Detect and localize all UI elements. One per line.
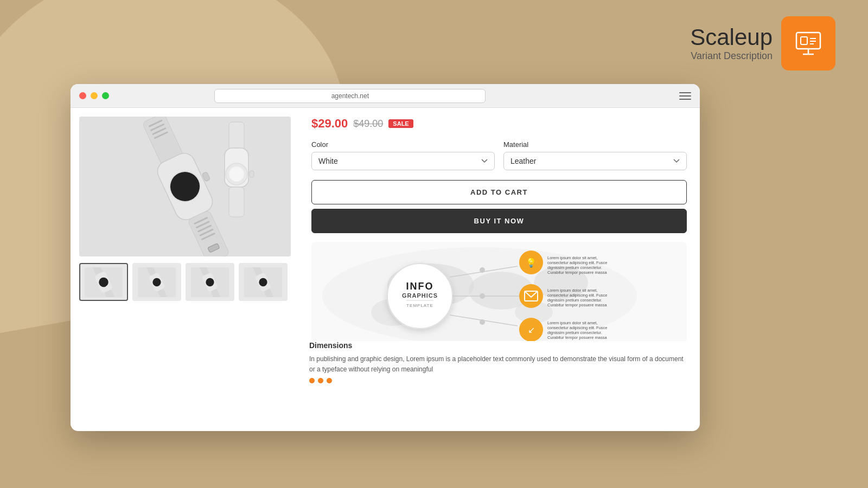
- material-label: Material: [503, 140, 687, 149]
- menu-line-2: [679, 95, 691, 97]
- menu-line-3: [679, 99, 691, 100]
- watch-main-svg: [79, 117, 291, 256]
- buy-now-button[interactable]: BUY IT NOW: [311, 209, 687, 233]
- traffic-light-yellow[interactable]: [91, 92, 98, 99]
- infographic-section: INFO GRAPHICS TEMPLATE: [311, 242, 687, 341]
- svg-point-65: [480, 319, 485, 325]
- brand-subtitle: Variant Description: [690, 50, 773, 62]
- svg-rect-27: [250, 171, 254, 177]
- brand-icon-box: [781, 16, 835, 70]
- menu-line-1: [679, 92, 691, 93]
- svg-text:💡: 💡: [526, 258, 537, 268]
- thumbnail-2-svg: [138, 267, 176, 297]
- browser-chrome: agentech.net: [71, 84, 700, 108]
- traffic-light-green[interactable]: [102, 92, 109, 99]
- svg-text:↙: ↙: [528, 325, 535, 335]
- thumbnail-4[interactable]: [239, 263, 288, 301]
- svg-text:Curabitur tempor posuere massa: Curabitur tempor posuere massa: [547, 270, 607, 275]
- svg-point-63: [480, 267, 485, 273]
- svg-point-64: [480, 293, 485, 299]
- bottom-content: Dimensions In publishing and graphic des…: [71, 341, 700, 392]
- orange-dots: [309, 378, 687, 383]
- svg-point-26: [229, 166, 244, 182]
- svg-text:GRAPHICS: GRAPHICS: [402, 292, 438, 299]
- material-variant-group: Material Leather Metal Rubber: [503, 140, 687, 170]
- svg-text:dignissim pretium consectetur.: dignissim pretium consectetur.: [547, 330, 602, 335]
- thumbnail-row: [79, 263, 290, 301]
- price-section: $29.00 $49.00 SALE: [311, 117, 687, 131]
- svg-text:consectetur adipiscing elit. F: consectetur adipiscing elit. Fusce: [547, 260, 607, 265]
- description-text: In publishing and graphic design, Lorem …: [309, 354, 687, 375]
- brand-text: Scaleup Variant Description: [690, 25, 773, 61]
- svg-text:consectetur adipiscing elit. F: consectetur adipiscing elit. Fusce: [547, 293, 607, 298]
- traffic-light-red[interactable]: [79, 92, 86, 99]
- product-info-panel: $29.00 $49.00 SALE Color White Black Sil…: [298, 108, 700, 341]
- svg-text:Lorem ipsum dolor sit amet,: Lorem ipsum dolor sit amet,: [547, 288, 598, 293]
- brand-title: Scaleup: [690, 25, 773, 50]
- svg-rect-28: [229, 187, 244, 217]
- color-label: Color: [311, 140, 495, 149]
- product-content-area: $29.00 $49.00 SALE Color White Black Sil…: [71, 108, 700, 431]
- address-bar[interactable]: agentech.net: [214, 89, 486, 103]
- branding-area: Scaleup Variant Description: [690, 16, 835, 70]
- svg-text:dignissim pretium consectetur.: dignissim pretium consectetur.: [547, 265, 602, 270]
- browser-window: agentech.net: [71, 84, 700, 431]
- svg-text:consectetur adipiscing elit. F: consectetur adipiscing elit. Fusce: [547, 325, 607, 330]
- url-text: agentech.net: [331, 92, 369, 100]
- thumbnail-1[interactable]: [79, 263, 128, 301]
- color-variant-group: Color White Black Silver: [311, 140, 495, 170]
- thumbnail-3[interactable]: [186, 263, 234, 301]
- svg-text:Lorem ipsum dolor sit amet,: Lorem ipsum dolor sit amet,: [547, 320, 598, 325]
- browser-menu[interactable]: [679, 92, 691, 100]
- dimensions-title: Dimensions: [309, 341, 687, 350]
- svg-rect-3: [801, 37, 807, 44]
- orange-dot-1: [309, 378, 315, 383]
- price-original: $49.00: [353, 118, 383, 130]
- main-product-image: [79, 117, 291, 256]
- svg-text:Curabitur tempor posuere massa: Curabitur tempor posuere massa: [547, 303, 607, 307]
- variant-row: Color White Black Silver Material Leathe…: [311, 140, 687, 170]
- price-current: $29.00: [311, 117, 348, 131]
- svg-text:INFO: INFO: [406, 281, 434, 292]
- svg-text:TEMPLATE: TEMPLATE: [406, 303, 433, 308]
- monitor-icon: [792, 27, 825, 60]
- svg-rect-0: [796, 33, 820, 49]
- material-select[interactable]: Leather Metal Rubber: [503, 152, 687, 170]
- thumbnail-4-svg: [244, 267, 282, 297]
- svg-rect-23: [229, 122, 244, 152]
- traffic-lights: [79, 92, 109, 99]
- thumbnail-1-svg: [85, 267, 123, 297]
- browser-content: $29.00 $49.00 SALE Color White Black Sil…: [71, 108, 700, 431]
- color-select[interactable]: White Black Silver: [311, 152, 495, 170]
- svg-text:Curabitur tempor posuere massa: Curabitur tempor posuere massa: [547, 335, 607, 340]
- product-images-panel: [71, 108, 298, 341]
- infographic-svg: INFO GRAPHICS TEMPLATE: [311, 242, 648, 341]
- svg-text:dignissim pretium consectetur.: dignissim pretium consectetur.: [547, 298, 602, 303]
- top-area: $29.00 $49.00 SALE Color White Black Sil…: [71, 108, 700, 341]
- orange-dot-3: [327, 378, 332, 383]
- add-to-cart-button[interactable]: ADD TO CART: [311, 180, 687, 204]
- thumbnail-3-svg: [191, 267, 229, 297]
- svg-point-68: [519, 284, 543, 308]
- thumbnail-2[interactable]: [132, 263, 181, 301]
- svg-text:Lorem ipsum dolor sit amet,: Lorem ipsum dolor sit amet,: [547, 255, 598, 260]
- sale-badge: SALE: [388, 119, 413, 128]
- orange-dot-2: [318, 378, 323, 383]
